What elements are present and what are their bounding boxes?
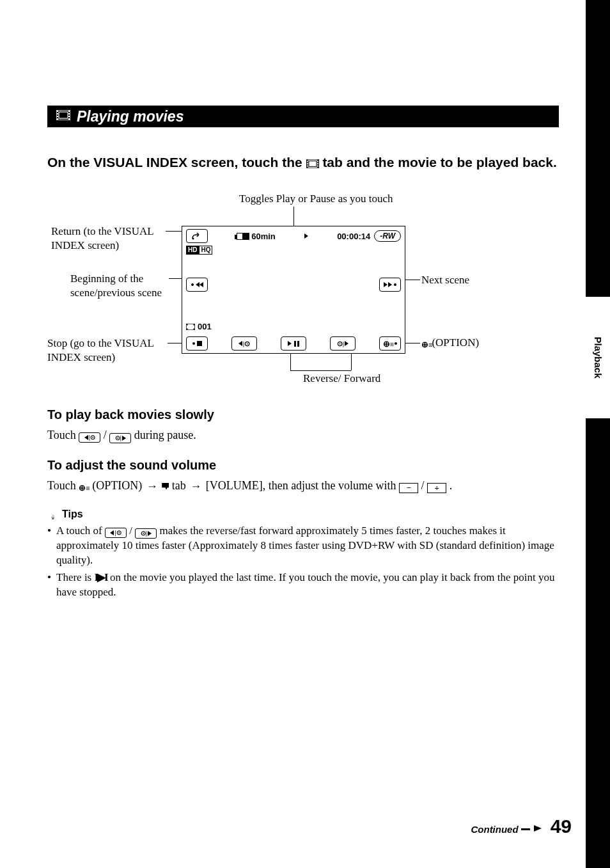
label-rev-fwd: Reverse/ Forward	[303, 372, 380, 385]
option-button[interactable]: ⊕≡	[379, 336, 401, 351]
right-black-bar	[586, 0, 610, 868]
svg-rect-0	[56, 110, 70, 120]
caption-play-pause: Toggles Play or Pause as you touch	[239, 193, 393, 205]
film-tab-icon	[306, 154, 319, 173]
svg-rect-18	[317, 164, 318, 166]
tip-item: A touch of |⊙ / ⊙| makes the reverse/fas…	[47, 524, 559, 568]
page-content: Playing movies On the VISUAL INDEX scree…	[47, 106, 559, 603]
slow-forward-icon: ⊙|	[109, 433, 131, 443]
stop-button[interactable]	[186, 336, 208, 351]
label-option: ⊕≡(OPTION)	[421, 336, 479, 349]
para-slow-playback: Touch |⊙ / ⊙| during pause.	[47, 427, 559, 443]
arrow-right-icon: →	[189, 478, 203, 494]
continued-label: Continued	[471, 824, 541, 835]
tips-heading: Tips	[47, 509, 559, 520]
label-stop: Stop (go to the VISUAL INDEX screen)	[47, 336, 182, 364]
svg-rect-11	[308, 161, 316, 167]
arrow-right-icon: →	[145, 478, 159, 494]
timecode: 00:00:14 -RW	[337, 230, 401, 242]
continued-arrow-icon	[519, 824, 542, 835]
volume-minus-icon: −	[399, 483, 418, 493]
option-icon: ⊕≡	[79, 482, 89, 494]
svg-rect-25	[193, 328, 194, 329]
svg-rect-9	[68, 118, 70, 120]
film-icon	[56, 110, 70, 123]
slow-reverse-button[interactable]: |⊙	[231, 336, 257, 351]
prev-scene-button[interactable]	[186, 278, 208, 292]
intro-instruction: On the VISUAL INDEX screen, touch the ta…	[47, 153, 559, 173]
subhead-slow-playback: To play back movies slowly	[47, 407, 559, 422]
svg-rect-1	[59, 112, 68, 118]
slow-forward-button[interactable]: ⊙|	[330, 336, 356, 351]
page-footer: Continued 49	[471, 816, 572, 837]
svg-rect-24	[193, 324, 194, 326]
svg-rect-8	[68, 116, 70, 117]
side-tab: Playback	[586, 297, 610, 418]
battery-remaining: 60min	[237, 232, 276, 241]
battery-icon	[237, 233, 249, 240]
svg-rect-13	[307, 162, 308, 163]
intro-post: tab and the movie to be played back.	[322, 155, 556, 170]
next-scene-button[interactable]	[379, 278, 401, 292]
svg-rect-23	[187, 328, 188, 329]
slow-reverse-icon: |⊙	[105, 528, 127, 538]
tip-bulb-icon	[47, 509, 58, 520]
svg-rect-3	[57, 113, 58, 114]
label-return: Return (to the VISUAL INDEX screen)	[51, 225, 173, 252]
leader-line	[290, 354, 291, 370]
slow-reverse-icon: |⊙	[79, 432, 100, 443]
side-tab-label: Playback	[593, 336, 604, 378]
resume-marker-icon: I▶I	[94, 571, 107, 583]
volume-plus-icon: +	[427, 483, 446, 493]
svg-rect-17	[317, 162, 318, 163]
section-title: Playing movies	[77, 108, 184, 125]
leader-line	[290, 370, 351, 371]
intro-pre: On the VISUAL INDEX screen, touch the	[47, 155, 306, 170]
svg-rect-5	[57, 118, 58, 120]
disc-type: -RW	[374, 230, 401, 242]
playback-diagram: Toggles Play or Pause as you touch Retur…	[47, 193, 559, 384]
para-volume: Touch ⊕≡ (OPTION) → tab → [VOLUME], then…	[47, 478, 559, 494]
quality-indicator: HDHQ	[186, 243, 212, 255]
section-header: Playing movies	[47, 106, 559, 127]
subhead-volume: To adjust the sound volume	[47, 458, 559, 473]
play-pause-button[interactable]	[281, 336, 306, 351]
svg-rect-2	[57, 111, 58, 112]
svg-rect-19	[317, 166, 318, 168]
svg-rect-6	[68, 111, 70, 112]
scene-number: 001	[186, 322, 212, 331]
svg-rect-4	[57, 116, 58, 117]
page-number: 49	[551, 816, 572, 837]
svg-point-20	[192, 238, 194, 240]
playback-screen: 60min 00:00:14 -RW HDHQ	[182, 226, 405, 354]
leader-line	[351, 354, 352, 370]
svg-rect-7	[68, 113, 70, 114]
svg-rect-14	[307, 164, 308, 166]
svg-rect-16	[317, 160, 318, 161]
tips-list: A touch of |⊙ / ⊙| makes the reverse/fas…	[47, 524, 559, 600]
option-icon: ⊕≡	[421, 340, 432, 349]
svg-rect-12	[307, 160, 308, 161]
label-next-scene: Next scene	[421, 273, 469, 287]
leader-line	[293, 207, 294, 228]
return-button[interactable]	[186, 229, 208, 243]
tip-item: There is I▶I on the movie you played the…	[47, 571, 559, 600]
slow-forward-icon: ⊙|	[135, 528, 157, 539]
svg-rect-22	[187, 324, 188, 326]
label-prev-scene: Beginning of the scene/previous scene	[70, 272, 176, 299]
tab-icon	[162, 483, 169, 490]
svg-rect-15	[307, 166, 308, 168]
play-indicator-icon	[304, 233, 308, 239]
